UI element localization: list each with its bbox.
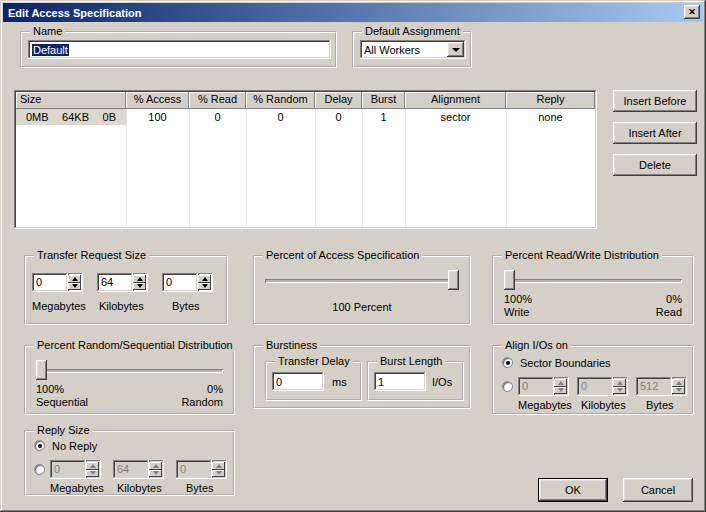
access-spec-table: Size % Access % Read % Random Delay Burs… — [14, 90, 597, 229]
cancel-button[interactable]: Cancel — [623, 478, 693, 502]
transfer-delay-input[interactable]: 0 — [272, 372, 324, 391]
reply-bytes-value: 0 — [176, 460, 212, 479]
percent-access-slider-track[interactable] — [265, 279, 459, 283]
column-header-alignment[interactable]: Alignment — [405, 92, 506, 109]
transfer-delay-group: Transfer Delay 0 ms — [265, 361, 362, 401]
random-sequential-slider-track[interactable] — [36, 369, 223, 373]
close-icon[interactable]: ✕ — [684, 5, 700, 19]
read-write-slider-track[interactable] — [504, 279, 682, 283]
burst-length-unit: I/Os — [432, 376, 452, 388]
trs-megabytes-stepper[interactable]: 0 — [32, 273, 83, 292]
table-row[interactable]: 0MB 64KB 0B 100 0 0 0 1 sector none — [16, 109, 595, 125]
random-sequential-left-label: Sequential — [36, 396, 88, 408]
trs-bytes-label: Bytes — [172, 300, 200, 312]
read-write-group: Percent Read/Write Distribution 100% Wri… — [492, 255, 694, 325]
align-ios-label: Align I/Os on — [502, 339, 571, 351]
read-write-left-label: Write — [504, 306, 529, 318]
reply-size-group: Reply Size No Reply 0 64 0 Megabytes Kil… — [24, 430, 235, 496]
name-value: Default — [32, 44, 69, 56]
row-burst: 1 — [362, 111, 405, 123]
ok-button[interactable]: OK — [538, 478, 608, 502]
read-write-slider-thumb[interactable] — [504, 270, 515, 290]
burst-length-input[interactable]: 1 — [374, 372, 426, 391]
column-header-delay[interactable]: Delay — [315, 92, 362, 109]
reply-bytes-label: Bytes — [186, 482, 214, 494]
default-assignment-select[interactable]: All Workers — [360, 40, 466, 59]
burst-length-label: Burst Length — [377, 355, 445, 367]
align-kilobytes-stepper: 0 — [577, 377, 628, 396]
spin-down-icon — [672, 387, 685, 395]
delete-button[interactable]: Delete — [613, 154, 697, 176]
trs-kilobytes-stepper[interactable]: 64 — [97, 273, 148, 292]
column-header-size[interactable]: Size — [16, 92, 126, 109]
name-group-label: Name — [30, 25, 65, 37]
read-write-left-pct: 100% — [504, 293, 532, 305]
edit-access-specification-dialog: Edit Access Specification ✕ Name Default… — [0, 0, 706, 512]
trs-bytes-value[interactable]: 0 — [162, 273, 198, 292]
spin-up-icon[interactable] — [198, 275, 211, 283]
sector-boundaries-radio[interactable] — [502, 357, 513, 368]
sector-boundaries-label: Sector Boundaries — [520, 357, 611, 369]
random-sequential-slider-thumb[interactable] — [36, 360, 47, 380]
spin-up-icon[interactable] — [133, 275, 146, 283]
transfer-delay-value: 0 — [276, 376, 282, 388]
trs-megabytes-label: Megabytes — [32, 300, 86, 312]
table-body: 0MB 64KB 0B 100 0 0 0 1 sector none — [16, 109, 595, 227]
default-assignment-label: Default Assignment — [362, 25, 463, 37]
name-group: Name Default — [20, 31, 337, 68]
no-reply-radio[interactable] — [34, 440, 45, 451]
random-sequential-right-pct: 0% — [207, 383, 223, 395]
chevron-down-icon[interactable] — [447, 42, 464, 57]
row-size-b: 0B — [103, 111, 116, 123]
burstiness-label: Burstiness — [263, 339, 320, 351]
align-megabytes-label: Megabytes — [518, 399, 572, 411]
spin-down-icon — [149, 470, 162, 478]
insert-after-button[interactable]: Insert After — [613, 122, 697, 144]
spin-up-icon — [212, 462, 225, 470]
random-sequential-label: Percent Random/Sequential Distribution — [34, 339, 236, 351]
spin-down-icon[interactable] — [68, 283, 81, 291]
row-random: 0 — [246, 111, 315, 123]
spin-down-icon — [613, 387, 626, 395]
column-header-reply[interactable]: Reply — [506, 92, 595, 109]
column-header-read[interactable]: % Read — [189, 92, 246, 109]
align-bytes-stepper: 512 — [636, 377, 687, 396]
window-title: Edit Access Specification — [8, 7, 141, 19]
align-bytes-value: 512 — [636, 377, 672, 396]
spin-down-icon[interactable] — [133, 283, 146, 291]
reply-megabytes-label: Megabytes — [50, 482, 104, 494]
insert-before-button[interactable]: Insert Before — [613, 90, 697, 112]
spin-up-icon[interactable] — [68, 275, 81, 283]
percent-access-group: Percent of Access Specification 100 Perc… — [253, 255, 471, 325]
reply-kilobytes-label: Kilobytes — [117, 482, 162, 494]
row-size-mb: 0MB — [26, 111, 49, 123]
reply-megabytes-value: 0 — [50, 460, 86, 479]
trs-kilobytes-value[interactable]: 64 — [97, 273, 133, 292]
transfer-request-size-label: Transfer Request Size — [34, 249, 149, 261]
row-size-kb: 64KB — [62, 111, 89, 123]
burst-length-value: 1 — [378, 376, 384, 388]
percent-access-slider-thumb[interactable] — [448, 270, 459, 290]
title-bar[interactable]: Edit Access Specification ✕ — [3, 3, 703, 22]
reply-kilobytes-value: 64 — [113, 460, 149, 479]
trs-bytes-stepper[interactable]: 0 — [162, 273, 213, 292]
row-size-cell: 0MB 64KB 0B — [16, 109, 126, 125]
column-header-access[interactable]: % Access — [126, 92, 189, 109]
column-header-burst[interactable]: Burst — [362, 92, 405, 109]
column-header-random[interactable]: % Random — [246, 92, 315, 109]
row-delay: 0 — [315, 111, 362, 123]
spin-up-icon — [86, 462, 99, 470]
spin-up-icon — [672, 379, 685, 387]
custom-alignment-radio[interactable] — [502, 381, 513, 392]
trs-megabytes-value[interactable]: 0 — [32, 273, 68, 292]
row-read: 0 — [189, 111, 246, 123]
default-assignment-value: All Workers — [360, 44, 447, 56]
name-input[interactable]: Default — [28, 40, 331, 59]
percent-access-value: 100 Percent — [255, 301, 469, 313]
reply-size-label: Reply Size — [34, 424, 93, 436]
custom-reply-radio[interactable] — [34, 464, 45, 475]
trs-kilobytes-label: Kilobytes — [99, 300, 144, 312]
row-reply: none — [506, 111, 595, 123]
table-header: Size % Access % Read % Random Delay Burs… — [16, 92, 595, 109]
spin-down-icon[interactable] — [198, 283, 211, 291]
